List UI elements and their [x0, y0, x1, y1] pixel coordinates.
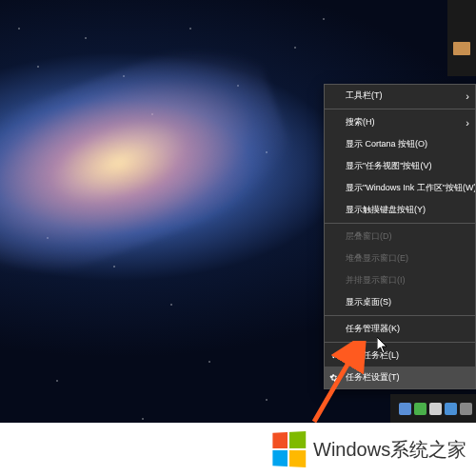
tray-icon[interactable] [460, 403, 472, 415]
desktop-sidebar [447, 0, 476, 76]
menu-item-label: 并排显示窗口(I) [346, 275, 406, 285]
wallpaper-galaxy [0, 25, 305, 300]
menu-item-4[interactable]: 显示"任务视图"按钮(V) [325, 155, 475, 177]
menu-item-label: 工具栏(T) [346, 90, 383, 100]
tray-icon[interactable] [414, 403, 426, 415]
menu-item-label: 显示 Cortana 按钮(O) [346, 139, 427, 149]
menu-item-5[interactable]: 显示"Windows Ink 工作区"按钮(W) [325, 177, 475, 199]
folder-icon[interactable] [453, 42, 470, 55]
menu-item-0[interactable]: 工具栏(T) [325, 85, 475, 107]
menu-item-label: 显示"任务视图"按钮(V) [346, 161, 431, 170]
annotation-arrow-icon [305, 341, 371, 426]
tray-icon[interactable] [429, 403, 442, 415]
menu-item-8: 层叠窗口(D) [325, 226, 475, 248]
menu-item-label: 显示桌面(S) [346, 297, 391, 307]
menu-item-2[interactable]: 搜索(H) [325, 111, 475, 133]
menu-item-3[interactable]: 显示 Cortana 按钮(O) [325, 133, 475, 155]
menu-item-10: 并排显示窗口(I) [325, 269, 475, 291]
tray-icon[interactable] [399, 403, 411, 415]
menu-separator [325, 315, 475, 316]
tray-icon[interactable] [445, 403, 457, 415]
menu-item-label: 显示"Windows Ink 工作区"按钮(W) [346, 183, 475, 192]
menu-item-label: 显示触摸键盘按钮(Y) [346, 205, 426, 214]
menu-item-label: 任务管理器(K) [346, 324, 400, 333]
menu-separator [325, 109, 475, 109]
taskbar-system-tray[interactable] [390, 394, 476, 423]
menu-item-label: 堆叠显示窗口(E) [346, 253, 408, 263]
watermark-bar: Windows系统之家 [0, 423, 476, 476]
menu-item-6[interactable]: 显示触摸键盘按钮(Y) [325, 199, 475, 221]
menu-item-13[interactable]: 任务管理器(K) [325, 318, 475, 340]
mouse-cursor-icon [377, 337, 390, 354]
windows-logo-icon [272, 431, 306, 467]
menu-item-9: 堆叠显示窗口(E) [325, 248, 475, 269]
menu-item-label: 搜索(H) [346, 117, 375, 127]
menu-separator [325, 223, 475, 224]
watermark-text: Windows系统之家 [313, 437, 466, 463]
menu-item-label: 层叠窗口(D) [346, 231, 392, 241]
menu-item-11[interactable]: 显示桌面(S) [325, 291, 475, 313]
